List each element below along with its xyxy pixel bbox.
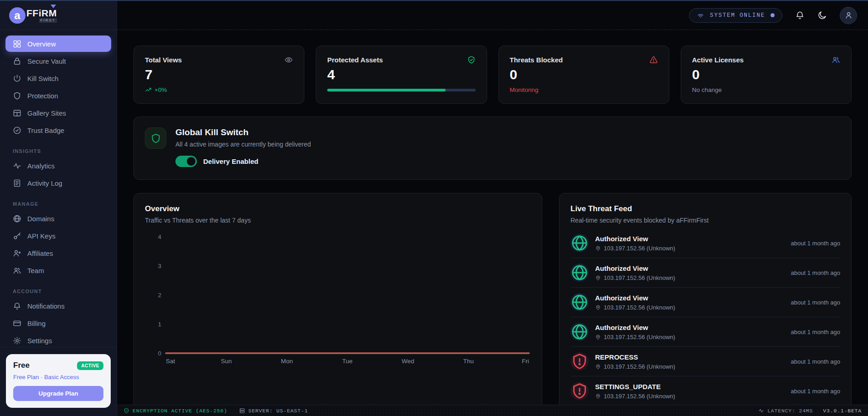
sidebar-item-kill-switch[interactable]: Kill Switch (5, 70, 111, 86)
globe-icon (570, 323, 589, 341)
sidebar-item-notifications[interactable]: Notifications (5, 298, 111, 314)
wifi-icon (697, 11, 704, 19)
svg-text:Sat: Sat (166, 358, 175, 365)
key-icon (13, 232, 21, 240)
progress-bar (327, 89, 475, 91)
stat-card-threats-blocked: Threats Blocked0Monitoring (498, 46, 669, 104)
threat-feed-row: SETTINGS_UPDATE103.197.152.56 (Unknown)a… (570, 376, 840, 406)
stat-value: 0 (510, 68, 658, 81)
delivery-toggle-label: Delivery Enabled (203, 157, 258, 165)
threat-feed-row: Authorized View103.197.152.56 (Unknown)a… (570, 288, 840, 317)
server-text: SERVER: US-EAST-1 (248, 408, 308, 414)
power-icon (13, 74, 21, 83)
stat-label: Total Views (145, 56, 182, 64)
sidebar-item-api-keys[interactable]: API Keys (5, 228, 111, 244)
status-dot (770, 13, 775, 17)
nav-section-label-insights: INSIGHTS (5, 139, 111, 157)
event-time: about 1 month ago (791, 269, 840, 276)
traffic-threats-chart: 01234SatSunMonTueWedThuFri (145, 230, 532, 367)
sidebar-item-label: Billing (27, 320, 46, 327)
threat-feed-row: Authorized View103.197.152.56 (Unknown)a… (570, 317, 840, 347)
main-content: Total Views7+0%Protected Assets4Threats … (117, 30, 868, 416)
sidebar-item-activity-log[interactable]: Activity Log (5, 175, 111, 191)
stat-subtext: +0% (145, 86, 293, 93)
sidebar-item-domains[interactable]: Domains (5, 210, 111, 227)
badge-check-icon (13, 126, 21, 135)
sidebar-item-protection[interactable]: Protection (5, 87, 111, 104)
stat-label: Threats Blocked (510, 56, 563, 64)
sidebar-item-gallery-sites[interactable]: Gallery Sites (5, 105, 111, 121)
shield-check-icon (467, 56, 476, 64)
event-title: Authorized View (595, 235, 785, 243)
toggle-knob (187, 157, 195, 166)
file-text-icon (13, 179, 21, 188)
dark-mode-moon-icon[interactable] (817, 10, 827, 20)
nav-section-label-manage: MANAGE (5, 192, 111, 210)
live-threat-feed-card: Live Threat Feed Real-time security even… (559, 193, 852, 416)
latency-status: LATENCY: 24MS (758, 408, 813, 414)
sidebar-item-secure-vault[interactable]: Secure Vault (5, 53, 111, 69)
sidebar-item-label: Secure Vault (27, 57, 66, 65)
version-text: V3.0.1-BETA (823, 408, 862, 414)
overview-chart-card: Overview Traffic vs Threats over the las… (134, 193, 542, 416)
event-title: SETTINGS_UPDATE (595, 383, 785, 391)
sidebar-item-label: Affiliates (27, 249, 53, 257)
map-pin-icon (595, 334, 601, 340)
event-time: about 1 month ago (791, 329, 840, 335)
svg-text:0: 0 (158, 350, 161, 357)
sidebar-item-trust-badge[interactable]: Trust Badge (5, 122, 111, 138)
svg-text:1: 1 (158, 321, 161, 328)
svg-text:Sun: Sun (221, 358, 232, 365)
delivery-toggle[interactable] (175, 156, 197, 167)
shield-alert-icon (570, 352, 589, 370)
sidebar-item-settings[interactable]: Settings (5, 332, 111, 347)
sidebar-item-label: API Keys (27, 232, 56, 240)
sidebar-item-affiliates[interactable]: Affiliates (5, 245, 111, 261)
brand-wordmark: FFiRM FIRST (26, 8, 57, 23)
sidebar-item-overview[interactable]: Overview (5, 36, 111, 52)
stat-label: Protected Assets (327, 56, 383, 64)
svg-text:Wed: Wed (402, 358, 415, 365)
plan-card: Free ACTIVE Free Plan · Basic Access Upg… (6, 354, 111, 408)
svg-text:Tue: Tue (342, 358, 353, 365)
event-location: 103.197.152.56 (Unknown) (604, 334, 675, 340)
brand-logo: a FFiRM FIRST (0, 1, 117, 30)
stat-value: 0 (692, 68, 840, 81)
upgrade-plan-button[interactable]: Upgrade Plan (13, 386, 103, 401)
event-location: 103.197.152.56 (Unknown) (604, 304, 675, 311)
brand-name: FFiRM (26, 8, 57, 18)
lock-icon (13, 57, 21, 66)
sidebar-item-label: Kill Switch (27, 75, 58, 82)
map-pin-icon (595, 393, 601, 399)
settings-icon (13, 336, 21, 345)
sidebar-item-team[interactable]: Team (5, 262, 111, 279)
sidebar-item-analytics[interactable]: Analytics (5, 157, 111, 174)
event-location: 103.197.152.56 (Unknown) (604, 363, 675, 370)
app-root: a FFiRM FIRST OverviewSecure VaultKill S… (0, 0, 868, 416)
svg-text:4: 4 (158, 233, 161, 240)
sidebar-item-label: Activity Log (27, 179, 62, 187)
notifications-bell-icon[interactable] (795, 10, 805, 20)
svg-text:2: 2 (158, 292, 161, 299)
plan-status-badge: ACTIVE (77, 361, 103, 370)
globe-icon (570, 234, 589, 252)
event-title: Authorized View (595, 324, 785, 331)
stat-card-total-views: Total Views7+0% (134, 46, 304, 104)
trending-up-icon (145, 86, 152, 93)
stat-card-active-licenses: Active Licenses0No change (681, 46, 852, 104)
user-avatar[interactable] (840, 7, 857, 24)
top-bar: SYSTEM ONLINE (117, 1, 868, 30)
plan-name: Free (13, 361, 30, 370)
shield-icon (13, 91, 21, 100)
latency-text: LATENCY: 24MS (767, 408, 813, 414)
threat-feed-row: Authorized View103.197.152.56 (Unknown)a… (570, 228, 840, 258)
plan-description: Free Plan · Basic Access (13, 374, 103, 380)
encryption-text: ENCRYPTION ACTIVE (AES-256) (133, 408, 227, 414)
sidebar-item-label: Analytics (27, 162, 55, 170)
sidebar-item-billing[interactable]: Billing (5, 315, 111, 331)
sidebar: a FFiRM FIRST OverviewSecure VaultKill S… (0, 1, 117, 416)
map-pin-icon (595, 364, 601, 370)
global-kill-switch-card: Global Kill Switch All 4 active images a… (134, 117, 852, 180)
sidebar-item-label: Notifications (27, 302, 65, 310)
event-location: 103.197.152.56 (Unknown) (604, 393, 675, 400)
